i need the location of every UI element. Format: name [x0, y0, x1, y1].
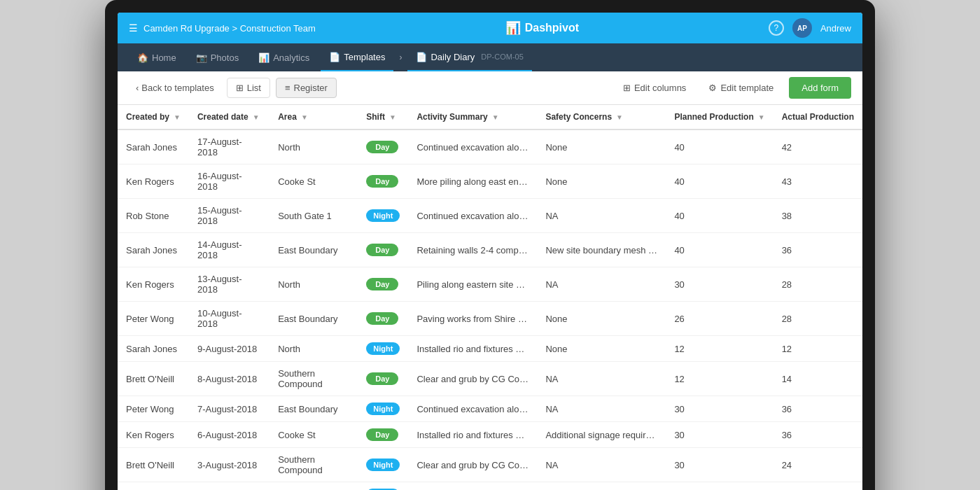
cell-created-date: 14-August-2018	[189, 233, 270, 267]
col-area: Area ▼	[270, 105, 358, 130]
nav-analytics-label: Analytics	[273, 52, 309, 63]
laptop-screen: ☰ Camden Rd Upgrade > Construction Team …	[118, 13, 862, 490]
back-to-templates-button[interactable]: ‹ Back to templates	[129, 78, 221, 97]
nav-analytics[interactable]: 📊 Analytics	[250, 43, 318, 71]
cell-created-date: 16-August-2018	[189, 164, 270, 199]
table-row[interactable]: Ken Rogers 6-August-2018 Cooke St Day In…	[118, 422, 862, 448]
daily-diary-icon: 📄	[416, 52, 427, 62]
cell-shift: Day	[358, 233, 408, 267]
cell-safety-concerns: In prep for night works, James...	[537, 482, 666, 491]
table-row[interactable]: Rob Stone 2-August-2018 North Night Cont…	[118, 482, 862, 491]
cell-actual-production: 20	[774, 482, 862, 491]
activity-text: Continued excavation along the ea...	[416, 211, 528, 221]
shift-badge: Day	[366, 244, 398, 256]
cell-actual-production: 36	[774, 422, 862, 448]
cell-safety-concerns: NA	[537, 267, 666, 302]
cell-activity-summary: Installed rio and fixtures along the...	[408, 422, 537, 448]
cell-shift: Day	[358, 302, 408, 336]
cell-safety-concerns: NA	[537, 199, 666, 233]
nav-daily-diary[interactable]: 📄 Daily Diary DP-COM-05	[407, 43, 531, 71]
cell-area: North	[270, 482, 358, 491]
cell-created-by: Sarah Jones	[118, 233, 189, 267]
home-icon: 🏠	[137, 52, 148, 63]
edit-columns-button[interactable]: ⊞ Edit columns	[616, 78, 693, 97]
cell-shift: Day	[358, 164, 408, 199]
shift-badge: Night	[366, 342, 400, 355]
analytics-icon: 📊	[258, 52, 270, 63]
cell-area: South Gate 1	[270, 199, 358, 233]
cell-actual-production: 43	[774, 164, 862, 199]
register-view-button[interactable]: ≡ Register	[276, 78, 337, 98]
cell-area: East Boundary	[270, 302, 358, 336]
shift-badge: Day	[366, 428, 398, 441]
nav-templates[interactable]: 📄 Templates	[321, 43, 393, 71]
table-body: Sarah Jones 17-August-2018 North Day Con…	[118, 130, 862, 490]
table-row[interactable]: Peter Wong 7-August-2018 East Boundary N…	[118, 396, 862, 422]
filter-planned-icon[interactable]: ▼	[758, 113, 765, 121]
avatar[interactable]: AP	[792, 18, 812, 38]
cell-activity-summary: Clear and grub by CG Contractors....	[408, 362, 537, 396]
cell-shift: Night	[358, 396, 408, 422]
edit-template-button[interactable]: ⚙ Edit template	[701, 78, 780, 97]
activity-text: Piling along eastern site boundary....	[416, 279, 528, 290]
help-button[interactable]: ?	[769, 20, 784, 36]
toolbar: ‹ Back to templates ⊞ List ≡ Register ⊞ …	[118, 71, 862, 105]
safety-text: None	[545, 314, 657, 324]
templates-icon: 📄	[329, 52, 340, 62]
toolbar-right: ⊞ Edit columns ⚙ Edit template Add form	[616, 77, 851, 99]
cell-actual-production: 36	[774, 233, 862, 267]
filter-activity-icon[interactable]: ▼	[492, 113, 499, 121]
safety-text: None	[545, 176, 657, 187]
cell-planned-production: 40	[666, 130, 773, 164]
cell-activity-summary: Continued excavation along the ea...	[408, 130, 537, 164]
cell-created-by: Ken Rogers	[118, 267, 189, 302]
dashpivot-icon: 📊	[505, 20, 521, 36]
cell-created-by: Rob Stone	[118, 199, 189, 233]
list-view-button[interactable]: ⊞ List	[227, 78, 270, 98]
add-form-button[interactable]: Add form	[789, 77, 851, 99]
back-label: Back to templates	[141, 83, 214, 93]
table-row[interactable]: Sarah Jones 17-August-2018 North Day Con…	[118, 130, 862, 164]
edit-template-label: Edit template	[720, 83, 774, 93]
activity-text: Installed rio and fixtures along the...	[416, 344, 528, 354]
col-activity-summary: Activity Summary ▼	[408, 105, 537, 130]
table-row[interactable]: Ken Rogers 16-August-2018 Cooke St Day M…	[118, 164, 862, 199]
table-row[interactable]: Peter Wong 10-August-2018 East Boundary …	[118, 302, 862, 336]
nav-home[interactable]: 🏠 Home	[129, 43, 185, 71]
activity-text: Continued excavation along the ea...	[416, 142, 528, 153]
table-row[interactable]: Sarah Jones 14-August-2018 East Boundary…	[118, 233, 862, 267]
laptop-frame: ☰ Camden Rd Upgrade > Construction Team …	[105, 0, 875, 490]
activity-text: Clear and grub by CG Contractors....	[416, 460, 528, 470]
nav-templates-label: Templates	[344, 52, 385, 62]
safety-text: None	[545, 142, 657, 153]
safety-text: New site boundary mesh to be...	[545, 245, 657, 255]
filter-area-icon[interactable]: ▼	[301, 113, 308, 121]
filter-shift-icon[interactable]: ▼	[389, 113, 396, 121]
cell-area: East Boundary	[270, 233, 358, 267]
nav-photos[interactable]: 📷 Photos	[188, 43, 247, 71]
filter-safety-icon[interactable]: ▼	[616, 113, 623, 121]
filter-created-by-icon[interactable]: ▼	[174, 113, 181, 121]
menu-icon[interactable]: ☰	[129, 22, 138, 34]
cell-area: North	[270, 336, 358, 362]
cell-shift: Night	[358, 448, 408, 482]
nav-daily-diary-label: Daily Diary	[430, 52, 475, 62]
cell-actual-production: 24	[774, 448, 862, 482]
cell-created-by: Peter Wong	[118, 302, 189, 336]
cell-activity-summary: Retaining walls 2-4 completed at...	[408, 233, 537, 267]
table-row[interactable]: Rob Stone 15-August-2018 South Gate 1 Ni…	[118, 199, 862, 233]
cell-planned-production: 12	[666, 362, 773, 396]
activity-text: Installed rio and fixtures along the...	[416, 430, 528, 440]
shift-badge: Day	[366, 372, 398, 385]
cell-actual-production: 12	[774, 336, 862, 362]
table-row[interactable]: Brett O'Neill 3-August-2018 Southern Com…	[118, 448, 862, 482]
filter-created-date-icon[interactable]: ▼	[253, 113, 260, 121]
cell-area: East Boundary	[270, 396, 358, 422]
table-row[interactable]: Ken Rogers 13-August-2018 North Day Pili…	[118, 267, 862, 302]
table-row[interactable]: Sarah Jones 9-August-2018 North Night In…	[118, 336, 862, 362]
cell-safety-concerns: None	[537, 336, 666, 362]
user-name: Andrew	[820, 23, 851, 34]
table-row[interactable]: Brett O'Neill 8-August-2018 Southern Com…	[118, 362, 862, 396]
edit-template-icon: ⚙	[708, 83, 717, 93]
cell-created-date: 3-August-2018	[189, 448, 270, 482]
